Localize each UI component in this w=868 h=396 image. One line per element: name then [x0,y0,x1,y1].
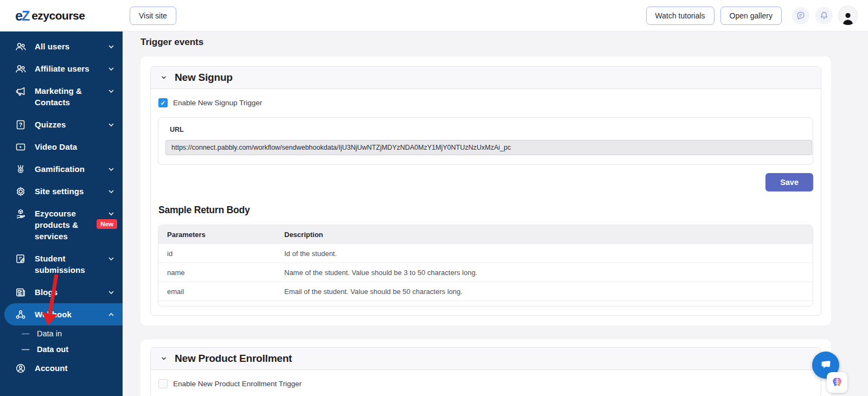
webhook-url-box: URL [158,117,813,165]
sidebar-item-blogs[interactable]: Blogs [0,281,123,303]
table-header-description: Description [284,231,813,239]
enable-new-product-enrollment-checkbox[interactable] [158,379,168,388]
enable-new-signup-row: ✓ Enable New Signup Trigger [158,98,813,107]
sidebar-item-label: Gamification [35,163,107,175]
sidebar-item-video-data[interactable]: Video Data [0,136,123,158]
table-header-parameters: Parameters [158,231,284,239]
support-chat-button[interactable] [792,7,809,24]
user-avatar[interactable] [839,7,857,25]
sidebar-item-marketing-contacts[interactable]: Marketing & Contacts [0,80,123,113]
chevron-down-icon [107,188,115,195]
document-edit-icon [15,253,26,264]
megaphone-icon [15,86,26,97]
sidebar-subitem-data-out[interactable]: — Data out [0,341,123,357]
sidebar-item-label: Student submissions [35,253,107,276]
panel-title: New Signup [175,72,233,84]
url-label: URL [170,126,806,133]
sidebar-item-account[interactable]: Account [0,357,123,379]
sidebar-item-student-submissions[interactable]: Student submissions [0,247,123,281]
sidebar-nav: All users Affiliate users Marketing & Co… [0,31,123,379]
watch-tutorials-button[interactable]: Watch tutorials [646,7,714,25]
open-gallery-button[interactable]: Open gallery [720,7,782,25]
webhook-url-input[interactable] [165,140,812,155]
new-product-enrollment-card: New Product Enrollment Enable New Produc… [141,340,831,396]
sidebar-item-label: All users [35,41,107,52]
chevron-down-icon [107,165,115,173]
page-title: Trigger events [141,37,868,48]
person-circle-icon [15,363,26,374]
sidebar-item-label: Blogs [35,286,107,298]
sidebar-item-label: Account [35,362,115,374]
sidebar-item-webhook[interactable]: Webhook [4,303,123,325]
person-icon [841,11,855,25]
enable-new-signup-checkbox[interactable]: ✓ [158,98,168,107]
enable-new-product-enrollment-label: Enable New Product Enrollment Trigger [173,380,302,388]
visit-site-button[interactable]: Visit site [130,7,176,25]
brand-name: ezycourse [31,9,85,22]
chevron-down-icon [107,289,115,296]
video-icon [15,142,26,152]
chevron-down-icon [107,43,115,50]
sidebar-item-ezycourse-products[interactable]: Ezycourse products & services New [0,202,123,247]
sidebar-subitem-data-in[interactable]: — Data in [0,325,123,341]
table-row: email Email of the student. Value should… [158,282,813,301]
chevron-down-icon [107,255,115,263]
dash-icon: — [22,345,29,354]
sidebar-item-label: Quizzes [35,119,107,130]
sidebar-item-site-settings[interactable]: Site settings [0,180,123,202]
chevron-down-icon [107,87,115,95]
sidebar-item-quizzes[interactable]: ? Quizzes [0,113,123,136]
brain-icon [831,376,844,389]
panel-title: New Product Enrollment [175,353,292,365]
new-signup-panel: New Signup ✓ Enable New Signup Trigger U… [150,66,821,316]
save-row: Save [158,173,813,191]
new-badge: New [97,219,117,229]
sidebar-item-affiliate-users[interactable]: Affiliate users [0,58,123,80]
gear-icon [15,186,26,197]
enable-new-product-enrollment-row: Enable New Product Enrollment Trigger [158,379,813,388]
messenger-bubble-icon [819,358,833,372]
sidebar: eZ ezycourse All users Affiliate users M… [0,0,123,396]
new-signup-panel-body: ✓ Enable New Signup Trigger URL Save Sam… [151,89,821,315]
sidebar-item-gamification[interactable]: Gamification [0,158,123,180]
new-product-enrollment-panel-body: Enable New Product Enrollment Trigger [151,370,821,396]
medal-icon [15,164,26,175]
sample-return-body-title: Sample Return Body [158,205,813,216]
new-product-enrollment-panel-header[interactable]: New Product Enrollment [151,348,821,370]
new-product-enrollment-panel: New Product Enrollment Enable New Produc… [150,347,821,396]
sidebar-item-label: Video Data [35,141,115,152]
product-box-icon [15,208,26,219]
brain-extension-button[interactable] [827,372,847,393]
quiz-icon: ? [15,119,26,130]
notifications-button[interactable] [815,7,833,24]
webhook-icon [15,309,26,320]
chevron-down-icon [160,355,168,362]
check-icon: ✓ [160,100,165,106]
brand-logo[interactable]: eZ ezycourse [0,0,123,31]
users-icon [15,63,26,74]
table-row: name Name of the student. Value should b… [158,263,813,282]
enable-new-signup-label: Enable New Signup Trigger [173,99,262,107]
table-header-row: Parameters Description [158,225,813,244]
svg-text:?: ? [19,122,22,128]
brand-logo-icon: eZ [15,8,29,24]
table-row: id Id of the student. [158,244,813,263]
sidebar-item-all-users[interactable]: All users [0,35,123,58]
save-button[interactable]: Save [765,173,813,191]
sample-return-body-table: Parameters Description id Id of the stud… [158,225,813,306]
new-signup-panel-header[interactable]: New Signup [151,67,821,89]
users-icon [15,41,26,52]
dash-icon: — [22,329,29,338]
chevron-down-icon [107,210,115,218]
chevron-up-icon [107,311,115,318]
chevron-down-icon [107,121,115,129]
sidebar-item-label: Site settings [35,186,107,197]
sidebar-item-label: Marketing & Contacts [35,85,107,108]
main-content: Trigger events New Signup ✓ Enable New S… [123,31,868,396]
newspaper-icon [15,287,26,298]
chevron-down-icon [107,65,115,73]
topbar: Visit site Watch tutorials Open gallery [123,0,868,31]
sidebar-item-label: Webhook [35,309,107,320]
new-signup-card: New Signup ✓ Enable New Signup Trigger U… [141,56,831,325]
chat-bubble-icon [796,11,806,21]
